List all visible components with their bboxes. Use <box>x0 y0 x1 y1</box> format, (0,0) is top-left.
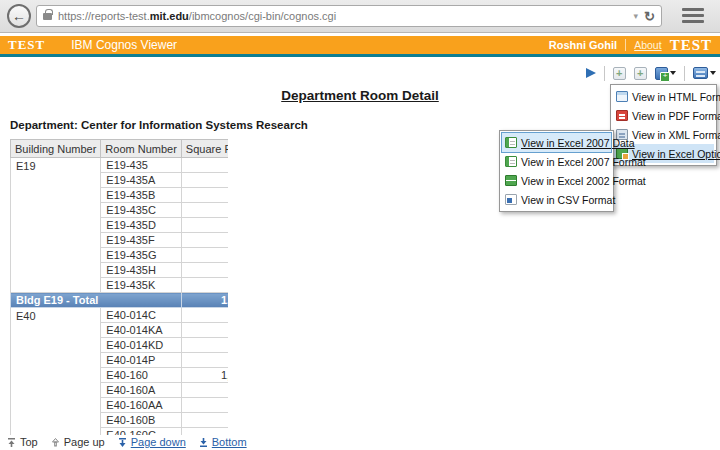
room-cell: E40-014C <box>101 308 182 323</box>
sqft-cell: 1,317.85 <box>181 368 228 383</box>
back-button[interactable]: ← <box>7 4 31 28</box>
browser-chrome: ← https://reports-test.mit.edu/ibmcognos… <box>0 0 720 33</box>
sqft-cell: 159.11 <box>181 338 228 353</box>
viewer-toolbar <box>586 63 716 83</box>
menu-item-label: View in Excel 2007 Format <box>521 156 646 168</box>
total-row: Bldg E19 - Total 1,100.03 <box>11 293 229 308</box>
room-cell: E19-435K <box>101 278 182 293</box>
menu-item-label: View in XML Format <box>632 129 720 141</box>
drill-up-icon[interactable] <box>634 67 647 80</box>
csv-format-icon <box>505 194 517 205</box>
table-row: E40 E40-014C 223.09 <box>11 308 229 323</box>
sqft-cell: 61.50 <box>181 353 228 368</box>
view-format-menu: View in HTML Format View in PDF Format V… <box>610 84 717 166</box>
pager-top-label: Top <box>20 436 38 448</box>
column-header: Building Number <box>11 140 101 158</box>
sqft-cell: 91.53 <box>181 428 228 436</box>
pager-bottom[interactable]: Bottom <box>198 436 247 448</box>
pdf-format-icon <box>616 110 628 121</box>
html-format-icon <box>616 91 628 102</box>
drill-down-icon[interactable] <box>613 67 626 80</box>
menu-item-label: View in Excel 2007 Data <box>521 137 635 149</box>
room-cell: E19-435H <box>101 263 182 278</box>
url-path: /ibmcognos/cgi-bin/cognos.cgi <box>189 10 336 22</box>
brand-logo: TEST <box>670 37 712 54</box>
page-up-icon <box>50 437 61 448</box>
menu-item-excel-2007-format[interactable]: View in Excel 2007 Format <box>502 152 611 171</box>
menu-item-label: View in HTML Format <box>632 91 720 103</box>
building-cell: E19 <box>11 158 101 293</box>
room-cell: E40-160B <box>101 413 182 428</box>
url-domain: mit.edu <box>150 10 189 22</box>
menu-item-csv-format[interactable]: View in CSV Format <box>502 190 611 209</box>
sqft-cell: 139.02 <box>181 233 228 248</box>
pager-page-down-label[interactable]: Page down <box>131 436 186 448</box>
room-cell: E19-435C <box>101 203 182 218</box>
total-label-cell: Bldg E19 - Total <box>11 293 182 308</box>
view-format-caret-icon[interactable] <box>710 71 716 75</box>
excel-options-submenu: View in Excel 2007 Data View in Excel 20… <box>499 130 614 212</box>
room-cell: E40-160A <box>101 383 182 398</box>
view-format-icon[interactable] <box>693 67 708 79</box>
department-label: Department: Center for Information Syste… <box>10 119 308 131</box>
top-icon <box>6 437 17 448</box>
column-header: Square Footage <box>181 140 228 158</box>
room-cell: E19-435F <box>101 233 182 248</box>
menu-icon[interactable] <box>682 8 708 23</box>
menu-item-excel-2002-format[interactable]: View in Excel 2002 Format <box>502 171 611 190</box>
app-title: IBM Cognos Viewer <box>71 38 177 52</box>
menu-item-label: View in Excel 2002 Format <box>521 175 646 187</box>
pager-bar: Top Page up Page down Bottom <box>6 436 247 448</box>
view-format-button[interactable] <box>693 67 716 79</box>
url-dropdown-icon[interactable]: ▾ <box>634 11 639 21</box>
sqft-cell: 43.04 <box>181 383 228 398</box>
pager-page-down[interactable]: Page down <box>117 436 186 448</box>
excel-2007-format-icon <box>505 156 517 167</box>
room-cell: E19-435G <box>101 248 182 263</box>
sqft-cell: 249.99 <box>181 263 228 278</box>
menu-item-label: View in PDF Format <box>632 110 720 122</box>
column-header: Room Number <box>101 140 182 158</box>
pager-page-up: Page up <box>50 436 105 448</box>
reload-icon[interactable]: ↻ <box>644 9 655 24</box>
room-cell: E19-435A <box>101 173 182 188</box>
goto-icon[interactable] <box>655 67 668 80</box>
about-link[interactable]: About <box>634 39 661 51</box>
toolbar-divider <box>684 66 685 81</box>
excel-2002-format-icon <box>505 175 517 186</box>
sqft-cell: 78.02 <box>181 173 228 188</box>
sqft-cell: 123.13 <box>181 278 228 293</box>
goto-caret-icon[interactable] <box>670 71 676 75</box>
room-cell: E19-435B <box>101 188 182 203</box>
menu-item-view-pdf[interactable]: View in PDF Format <box>613 106 714 125</box>
pager-bottom-label[interactable]: Bottom <box>212 436 247 448</box>
header-divider <box>625 39 626 51</box>
sqft-cell: 223.09 <box>181 308 228 323</box>
room-cell: E40-160AA <box>101 398 182 413</box>
page-down-icon <box>117 437 128 448</box>
pager-top: Top <box>6 436 38 448</box>
room-cell: E40-160C <box>101 428 182 436</box>
room-cell: E40-014KA <box>101 323 182 338</box>
run-report-icon[interactable] <box>586 68 596 78</box>
room-detail-table: Building Number Room Number Square Foota… <box>10 139 228 435</box>
menu-item-excel-2007-data[interactable]: View in Excel 2007 Data <box>502 133 611 152</box>
building-cell: E40 <box>11 308 101 436</box>
sqft-cell: 5.47 <box>181 413 228 428</box>
user-name: Roshni Gohil <box>549 39 617 51</box>
menu-item-label: View in CSV Format <box>521 194 615 206</box>
menu-item-view-html[interactable]: View in HTML Format <box>613 87 714 106</box>
goto-button[interactable] <box>655 67 676 80</box>
room-cell: E40-160 <box>101 368 182 383</box>
excel-2007-data-icon <box>505 137 517 148</box>
env-label: TEST <box>8 37 45 53</box>
room-cell: E40-014P <box>101 353 182 368</box>
url-prefix: https://reports-test. <box>58 10 150 22</box>
sqft-cell: 38.33 <box>181 203 228 218</box>
sqft-cell: 87.16 <box>181 398 228 413</box>
room-cell: E40-014KD <box>101 338 182 353</box>
address-bar[interactable]: https://reports-test.mit.edu/ibmcognos/c… <box>36 5 662 27</box>
pager-page-up-label: Page up <box>64 436 105 448</box>
app-header: TEST IBM Cognos Viewer Roshni Gohil Abou… <box>0 36 720 57</box>
sqft-cell: 203.42 <box>181 323 228 338</box>
